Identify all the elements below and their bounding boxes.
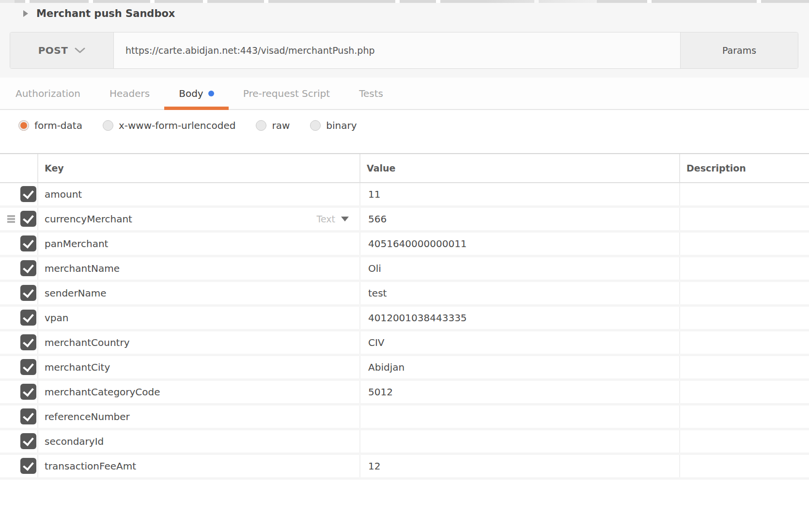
tab-headers[interactable]: Headers xyxy=(95,78,164,109)
table-row: vpan 4012001038443335 xyxy=(0,307,809,331)
collapse-arrow-icon[interactable] xyxy=(23,10,28,17)
row-select-cell xyxy=(0,455,37,477)
description-cell[interactable] xyxy=(679,356,809,378)
row-checkbox[interactable] xyxy=(20,186,36,202)
key-text: merchantName xyxy=(45,263,120,274)
key-cell[interactable]: secondaryId xyxy=(37,430,359,453)
value-cell[interactable]: test xyxy=(359,282,679,304)
radio-selected-icon[interactable] xyxy=(18,120,29,131)
row-checkbox[interactable] xyxy=(20,408,36,424)
value-cell[interactable]: 4051640000000011 xyxy=(359,233,679,255)
caret-down-icon xyxy=(341,217,349,221)
description-cell[interactable] xyxy=(679,307,809,329)
key-text: amount xyxy=(45,188,82,200)
key-cell[interactable]: referenceNumber xyxy=(37,406,359,428)
unsaved-changes-dot xyxy=(208,91,214,96)
row-checkbox[interactable] xyxy=(20,334,36,350)
mode-label: x-www-form-urlencoded xyxy=(119,120,236,131)
description-cell[interactable] xyxy=(679,331,809,354)
table-row: referenceNumber xyxy=(0,406,809,430)
tab-pre-request-script[interactable]: Pre-request Script xyxy=(229,78,344,109)
drag-handle-icon[interactable] xyxy=(7,215,15,217)
value-cell[interactable]: 4012001038443335 xyxy=(359,307,679,329)
postman-request-page: Merchant push Sandbox POST https://carte… xyxy=(0,0,809,532)
params-button[interactable]: Params xyxy=(680,32,798,68)
description-cell[interactable] xyxy=(679,430,809,453)
url-input[interactable]: https://carte.abidjan.net:443/visad/merc… xyxy=(114,32,680,68)
value-cell[interactable]: Abidjan xyxy=(359,356,679,378)
key-cell[interactable]: transactionFeeAmt xyxy=(37,455,359,477)
key-cell[interactable]: vpan xyxy=(37,307,359,329)
body-mode-selector: form-data x-www-form-urlencoded raw bina… xyxy=(0,111,809,140)
mode-form-data[interactable]: form-data xyxy=(18,120,82,131)
key-cell[interactable]: currencyMerchant Text xyxy=(37,208,359,230)
table-row: secondaryId xyxy=(0,430,809,455)
key-text: senderName xyxy=(45,287,107,299)
row-checkbox[interactable] xyxy=(20,310,36,326)
value-type-dropdown[interactable]: Text xyxy=(317,214,349,224)
form-data-table: Key Value Description amount 11 currency… xyxy=(0,153,809,480)
row-checkbox[interactable] xyxy=(20,433,36,449)
key-column-header: Key xyxy=(37,154,359,182)
value-type-label: Text xyxy=(317,214,335,224)
request-tabs: Authorization Headers Body Pre-request S… xyxy=(0,78,809,110)
value-cell[interactable]: 5012 xyxy=(359,381,679,403)
tab-authorization[interactable]: Authorization xyxy=(1,78,95,109)
mode-x-www-form-urlencoded[interactable]: x-www-form-urlencoded xyxy=(103,120,236,131)
row-checkbox[interactable] xyxy=(20,458,36,474)
table-row: merchantCountry CIV xyxy=(0,331,809,356)
table-row: panMerchant 4051640000000011 xyxy=(0,233,809,257)
tab-body[interactable]: Body xyxy=(164,78,229,109)
key-text: transactionFeeAmt xyxy=(45,460,136,472)
method-dropdown[interactable]: POST xyxy=(10,32,114,68)
value-cell[interactable]: CIV xyxy=(359,331,679,354)
description-cell[interactable] xyxy=(679,406,809,428)
description-cell[interactable] xyxy=(679,233,809,255)
table-row: transactionFeeAmt 12 xyxy=(0,455,809,480)
collection-header[interactable]: Merchant push Sandbox xyxy=(23,8,175,19)
row-checkbox[interactable] xyxy=(20,235,36,251)
key-cell[interactable]: merchantCategoryCode xyxy=(37,381,359,403)
key-cell[interactable]: merchantCountry xyxy=(37,331,359,354)
row-select-cell xyxy=(0,356,37,378)
description-cell[interactable] xyxy=(679,455,809,477)
description-cell[interactable] xyxy=(679,381,809,403)
mode-raw[interactable]: raw xyxy=(256,120,290,131)
table-header-row: Key Value Description xyxy=(0,154,809,183)
table-row: currencyMerchant Text 566 xyxy=(0,208,809,233)
description-cell[interactable] xyxy=(679,208,809,230)
key-cell[interactable]: senderName xyxy=(37,282,359,304)
value-cell[interactable]: 566 xyxy=(359,208,679,230)
table-row: merchantName Oli xyxy=(0,257,809,282)
row-checkbox[interactable] xyxy=(20,359,36,375)
tab-label: Headers xyxy=(109,88,150,99)
table-row: senderName test xyxy=(0,282,809,307)
mode-label: form-data xyxy=(34,120,82,131)
description-cell[interactable] xyxy=(679,257,809,280)
key-cell[interactable]: merchantCity xyxy=(37,356,359,378)
value-cell[interactable]: 12 xyxy=(359,455,679,477)
key-cell[interactable]: amount xyxy=(37,183,359,205)
key-cell[interactable]: panMerchant xyxy=(37,233,359,255)
radio-icon[interactable] xyxy=(256,120,266,131)
value-cell[interactable]: 11 xyxy=(359,183,679,205)
description-cell[interactable] xyxy=(679,183,809,205)
value-cell[interactable]: Oli xyxy=(359,257,679,280)
value-cell[interactable] xyxy=(359,430,679,453)
tab-tests[interactable]: Tests xyxy=(344,78,398,109)
row-checkbox[interactable] xyxy=(20,211,36,227)
key-cell[interactable]: merchantName xyxy=(37,257,359,280)
key-text: currencyMerchant xyxy=(45,213,132,225)
row-checkbox[interactable] xyxy=(20,260,36,276)
radio-icon[interactable] xyxy=(103,120,113,131)
row-checkbox[interactable] xyxy=(20,384,36,400)
value-cell[interactable] xyxy=(359,406,679,428)
row-checkbox[interactable] xyxy=(20,285,36,301)
description-cell[interactable] xyxy=(679,282,809,304)
tab-label: Body xyxy=(179,88,203,99)
table-row: amount 11 xyxy=(0,183,809,208)
mode-binary[interactable]: binary xyxy=(310,120,357,131)
radio-icon[interactable] xyxy=(310,120,321,131)
description-column-header: Description xyxy=(679,154,809,182)
table-row: merchantCity Abidjan xyxy=(0,356,809,381)
